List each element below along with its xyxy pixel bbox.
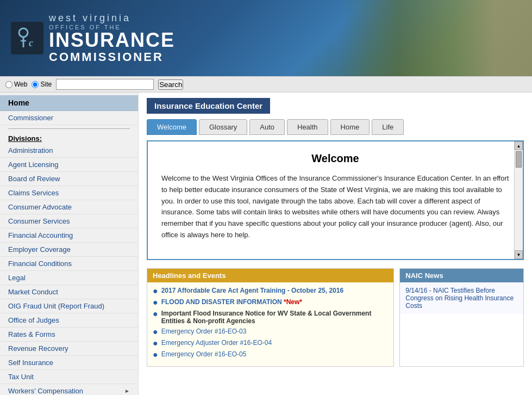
scroll-thumb[interactable]: [516, 151, 522, 168]
web-radio-label[interactable]: Web: [5, 81, 27, 88]
headlines-box: Headlines and Events ● 2017 Affordable C…: [147, 268, 394, 367]
svg-rect-0: [14, 24, 41, 52]
sidebar-item-workers-comp[interactable]: Workers' Compensation ►: [0, 384, 138, 395]
headline-item-6: ● Emergency Order #16-EO-05: [153, 350, 388, 359]
naic-story-link[interactable]: 9/14/16 - NAIC Testifies Before Congress…: [405, 287, 514, 310]
logo-icon: c: [11, 22, 43, 54]
sidebar-item-self-insurance[interactable]: Self Insurance: [0, 356, 138, 370]
sidebar-divisions-label: Divisions:: [0, 132, 138, 144]
search-bar: Web Site Search: [0, 76, 532, 92]
sidebar-item-consumer-services[interactable]: Consumer Services: [0, 214, 138, 229]
site-radio[interactable]: [32, 81, 39, 88]
sidebar-item-revenue-recovery[interactable]: Revenue Recovery: [0, 342, 138, 356]
header-background: [342, 0, 532, 76]
search-button[interactable]: Search: [158, 79, 183, 90]
headline-link-5[interactable]: Emergency Adjuster Order #16-EO-04: [161, 339, 272, 347]
welcome-box: Welcome Welcome to the West Virginia Off…: [147, 140, 524, 260]
headline-link-1[interactable]: 2017 Affordable Care Act Agent Training …: [161, 287, 343, 294]
scroll-track: [515, 169, 523, 250]
sidebar-item-oig-fraud[interactable]: OIG Fraud Unit (Report Fraud): [0, 299, 138, 313]
sidebar-home[interactable]: Home: [0, 95, 138, 111]
tabs-container: Welcome Glossary Auto Health Home Life: [147, 119, 524, 135]
bullet-icon-4: ●: [153, 328, 158, 336]
site-header: c west virginia OFFICES OF THE INSURANCE…: [0, 0, 532, 76]
headline-item-2: ● FLOOD AND DISASTER INFORMATION *New*: [153, 298, 388, 307]
content-area: Insurance Education Center Welcome Gloss…: [139, 92, 532, 395]
scroll-up-arrow[interactable]: ▲: [515, 141, 523, 150]
workers-comp-label: Workers' Compensation: [8, 387, 83, 395]
logo-container: c west virginia OFFICES OF THE INSURANCE…: [11, 13, 175, 64]
web-radio[interactable]: [5, 81, 12, 88]
welcome-heading: Welcome: [161, 152, 509, 165]
headline-text-2: FLOOD AND DISASTER INFORMATION *New*: [161, 298, 302, 306]
headline-link-3[interactable]: Important Flood Insurance Notice for WV …: [161, 310, 389, 325]
web-label: Web: [14, 81, 27, 88]
sidebar-item-financial-accounting[interactable]: Financial Accounting: [0, 229, 138, 243]
bullet-icon-3: ●: [153, 310, 158, 318]
wv-line: west virginia: [49, 13, 175, 24]
sidebar-item-employer-coverage[interactable]: Employer Coverage: [0, 243, 138, 257]
bottom-section: Headlines and Events ● 2017 Affordable C…: [147, 268, 524, 367]
tab-life[interactable]: Life: [372, 119, 404, 135]
sidebar-item-tax-unit[interactable]: Tax Unit: [0, 370, 138, 384]
sidebar-item-financial-conditions[interactable]: Financial Conditions: [0, 257, 138, 271]
sidebar-item-commissioner[interactable]: Commissioner: [0, 111, 138, 125]
sidebar-item-office-of-judges[interactable]: Office of Judges: [0, 313, 138, 328]
tab-health[interactable]: Health: [287, 119, 328, 135]
site-label: Site: [40, 81, 52, 88]
headlines-title: Headlines and Events: [147, 269, 393, 282]
headline-item-1: ● 2017 Affordable Care Act Agent Trainin…: [153, 287, 388, 295]
headline-item-5: ● Emergency Adjuster Order #16-EO-04: [153, 339, 388, 348]
scrollbar[interactable]: ▲ ▼: [514, 141, 523, 259]
headline-link-2[interactable]: FLOOD AND DISASTER INFORMATION: [161, 298, 284, 306]
page-title: Insurance Education Center: [147, 98, 270, 114]
sidebar-item-claims-services[interactable]: Claims Services: [0, 186, 138, 200]
site-radio-label[interactable]: Site: [32, 81, 52, 88]
sidebar-item-consumer-advocate[interactable]: Consumer Advocate: [0, 200, 138, 214]
bullet-icon-5: ●: [153, 339, 158, 348]
sidebar: Home Commissioner Divisions: Administrat…: [0, 92, 139, 395]
headlines-content: ● 2017 Affordable Care Act Agent Trainin…: [147, 282, 393, 366]
commissioner-line: COMMISSIONER: [49, 50, 175, 64]
bullet-icon-6: ●: [153, 350, 158, 359]
sidebar-item-rates-forms[interactable]: Rates & Forms: [0, 328, 138, 342]
sidebar-item-administration[interactable]: Administration: [0, 144, 138, 158]
svg-text:c: c: [29, 38, 33, 48]
bullet-icon-2: ●: [153, 298, 158, 307]
naic-content: 9/14/16 - NAIC Testifies Before Congress…: [400, 282, 523, 314]
sidebar-item-agent-licensing[interactable]: Agent Licensing: [0, 158, 138, 172]
headline-item-4: ● Emergency Order #16-EO-03: [153, 328, 388, 336]
tab-glossary[interactable]: Glossary: [199, 119, 247, 135]
welcome-body: Welcome to the West Virginia Offices of …: [161, 173, 509, 241]
sidebar-divider: [8, 128, 130, 129]
main-layout: Home Commissioner Divisions: Administrat…: [0, 92, 532, 395]
chevron-right-icon: ►: [124, 388, 130, 394]
sidebar-item-market-conduct[interactable]: Market Conduct: [0, 285, 138, 299]
insurance-line: INSURANCE: [49, 30, 175, 50]
new-tag: *New*: [284, 298, 302, 306]
search-input[interactable]: [56, 79, 154, 90]
tab-auto[interactable]: Auto: [249, 119, 285, 135]
tab-welcome[interactable]: Welcome: [147, 119, 197, 135]
header-text: west virginia OFFICES OF THE INSURANCE C…: [49, 13, 175, 64]
naic-box: NAIC News 9/14/16 - NAIC Testifies Befor…: [399, 268, 524, 367]
sidebar-item-board-of-review[interactable]: Board of Review: [0, 172, 138, 186]
bullet-icon-1: ●: [153, 287, 158, 295]
scroll-down-arrow[interactable]: ▼: [515, 250, 523, 259]
headline-item-3: ● Important Flood Insurance Notice for W…: [153, 310, 388, 325]
sidebar-item-legal[interactable]: Legal: [0, 271, 138, 285]
headline-link-4[interactable]: Emergency Order #16-EO-03: [161, 328, 247, 335]
naic-title: NAIC News: [400, 269, 523, 282]
headline-link-6[interactable]: Emergency Order #16-EO-05: [161, 350, 247, 358]
tab-home[interactable]: Home: [330, 119, 370, 135]
